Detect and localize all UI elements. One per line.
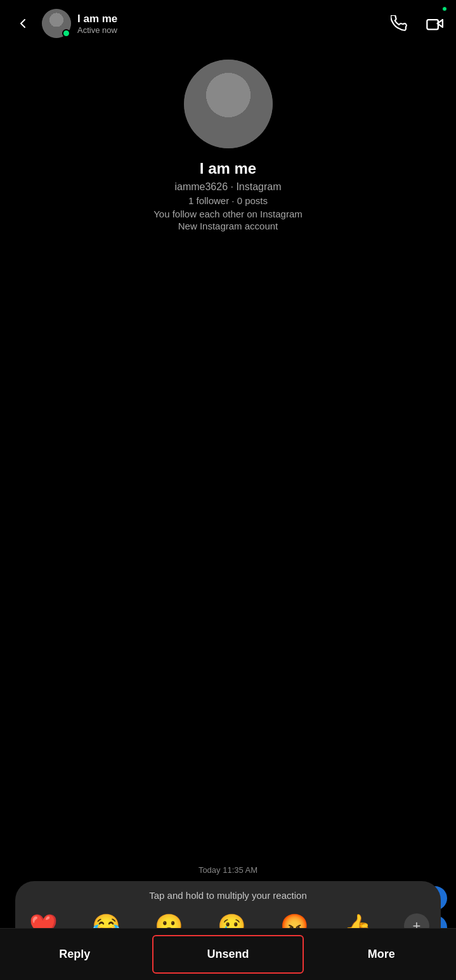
profile-follow-status: You follow each other on Instagram <box>153 209 303 219</box>
reaction-hint: Tap and hold to multiply your reaction <box>27 890 429 901</box>
profile-avatar <box>184 60 273 148</box>
profile-stats: 1 follower · 0 posts <box>188 195 268 206</box>
timestamp: Today 11:35 AM <box>0 865 456 875</box>
unsend-button[interactable]: Unsend <box>152 935 304 974</box>
svg-rect-0 <box>427 20 438 29</box>
profile-section: I am me iamme3626 · Instagram 1 follower… <box>0 44 456 244</box>
profile-account-type: New Instagram account <box>178 221 278 231</box>
video-button[interactable] <box>423 12 446 35</box>
phone-button[interactable] <box>388 12 410 35</box>
bottom-action-bar: Reply Unsend More <box>0 928 456 980</box>
reply-button[interactable]: Reply <box>0 929 150 980</box>
avatar <box>42 9 71 38</box>
profile-name: I am me <box>200 160 256 177</box>
profile-username: iamme3626 · Instagram <box>174 181 281 193</box>
header: I am me Active now <box>0 0 456 44</box>
header-info: I am me Active now <box>77 13 388 35</box>
contact-status: Active now <box>77 25 388 35</box>
more-button[interactable]: More <box>306 929 456 980</box>
contact-name: I am me <box>77 13 388 25</box>
header-actions <box>388 12 446 35</box>
back-button[interactable] <box>10 11 36 36</box>
online-indicator <box>62 29 70 37</box>
